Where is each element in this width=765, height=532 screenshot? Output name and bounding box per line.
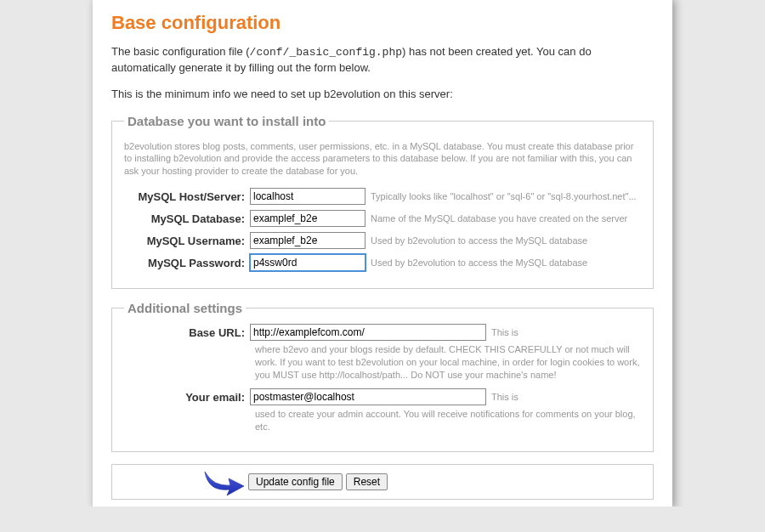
additional-legend: Additional settings: [124, 301, 246, 315]
input-base-url[interactable]: [250, 324, 486, 341]
reset-button[interactable]: Reset: [346, 473, 388, 490]
intro-text: The basic configuration file (/conf/_bas…: [111, 44, 654, 102]
hint-base-url-inline: This is: [486, 324, 641, 339]
input-mysql-database[interactable]: [250, 210, 366, 227]
database-legend: Database you want to install into: [124, 114, 329, 128]
hint-email-below: used to create your admin account. You w…: [255, 408, 641, 433]
label-email: Your email:: [124, 388, 250, 404]
arrow-icon: [201, 467, 246, 497]
row-mysql-username: MySQL Username: Used by b2evolution to a…: [124, 232, 641, 249]
intro-line1a: The basic configuration file (: [111, 45, 250, 58]
button-bar: Update config file Reset: [111, 464, 654, 500]
config-path: /conf/_basic_config.php: [250, 46, 402, 59]
page-title: Base configuration: [111, 12, 654, 34]
row-email: Your email: This is: [124, 388, 641, 405]
input-mysql-host[interactable]: [250, 188, 366, 205]
row-base-url: Base URL: This is: [124, 324, 641, 341]
label-mysql-database: MySQL Database:: [124, 210, 250, 225]
label-mysql-username: MySQL Username:: [124, 232, 250, 247]
hint-mysql-password: Used by b2evolution to access the MySQL …: [366, 254, 641, 269]
database-note: b2evolution stores blog posts, comments,…: [124, 140, 641, 178]
label-mysql-host: MySQL Host/Server:: [124, 188, 250, 203]
label-mysql-password: MySQL Password:: [124, 254, 250, 269]
update-config-button[interactable]: Update config file: [248, 473, 343, 490]
input-email[interactable]: [250, 388, 486, 405]
hint-base-url-below: where b2evo and your blogs reside by def…: [255, 343, 641, 382]
input-mysql-username[interactable]: [250, 232, 366, 249]
hint-mysql-database: Name of the MySQL database you have crea…: [366, 210, 641, 225]
database-fieldset: Database you want to install into b2evol…: [111, 114, 654, 290]
hint-email-inline: This is: [486, 388, 641, 404]
additional-fieldset: Additional settings Base URL: This is wh…: [111, 301, 654, 452]
label-base-url: Base URL:: [124, 324, 250, 339]
row-mysql-password: MySQL Password: Used by b2evolution to a…: [124, 254, 641, 271]
input-mysql-password[interactable]: [250, 254, 366, 271]
hint-mysql-username: Used by b2evolution to access the MySQL …: [366, 232, 641, 247]
config-panel: Base configuration The basic configurati…: [93, 0, 672, 507]
row-mysql-database: MySQL Database: Name of the MySQL databa…: [124, 210, 641, 227]
row-mysql-host: MySQL Host/Server: Typically looks like …: [124, 188, 641, 205]
hint-mysql-host: Typically looks like "localhost" or "sql…: [366, 188, 641, 203]
intro-line2: This is the minimum info we need to set …: [111, 87, 654, 102]
